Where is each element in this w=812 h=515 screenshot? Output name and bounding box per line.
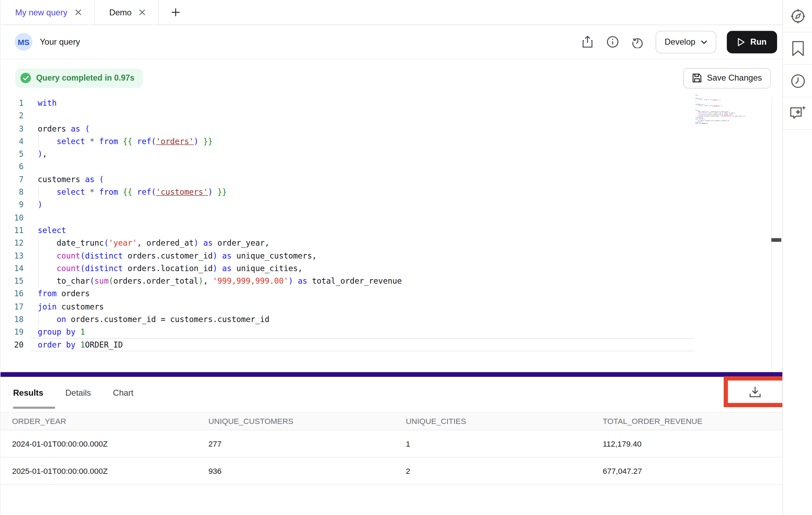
panel-divider[interactable] <box>1 372 783 377</box>
code-line-6[interactable]: 6 <box>1 161 783 173</box>
indent-guide <box>38 186 39 199</box>
code-line-3[interactable]: 3orders as ( <box>1 122 783 135</box>
code-line-19[interactable]: 19group by 1 <box>1 326 783 338</box>
cell-total-order-revenue: 112,179.40 <box>603 439 783 448</box>
cell-unique-cities: 1 <box>406 439 603 448</box>
line-number: 5 <box>1 148 24 160</box>
code-text: count(distinct orders.customer_id) as un… <box>24 249 317 262</box>
query-actions: Develop Run <box>580 31 777 53</box>
indent-guide <box>38 135 39 148</box>
line-number: 16 <box>1 288 24 300</box>
code-line-8[interactable]: 8 select * from {{ ref('customers') }} <box>1 186 783 199</box>
line-number: 2 <box>1 110 24 122</box>
code-text: ) <box>24 199 43 211</box>
code-text <box>24 110 38 122</box>
bookmark-icon <box>791 40 804 56</box>
line-number: 9 <box>1 199 24 211</box>
indent-guide <box>38 249 39 262</box>
tab-chart[interactable]: Chart <box>113 388 134 397</box>
code-text: group by 1 <box>24 326 85 338</box>
develop-label: Develop <box>665 37 695 47</box>
code-line-4[interactable]: 4 select * from {{ ref('orders') }} <box>1 135 783 148</box>
results-panel: Results Details Chart ORDER_YEAR UNIQUE_… <box>1 377 783 515</box>
right-sidebar <box>782 0 812 515</box>
code-editor[interactable]: 1with23orders as (4 select * from {{ ref… <box>1 97 783 372</box>
column-header[interactable]: ORDER_YEAR <box>12 417 209 426</box>
code-line-18[interactable]: 18 on orders.customer_id = customers.cus… <box>1 313 783 326</box>
develop-dropdown[interactable]: Develop <box>656 31 716 53</box>
line-number: 11 <box>1 224 24 237</box>
code-text: select * from {{ ref('orders') }} <box>24 135 213 148</box>
code-line-16[interactable]: 16from orders <box>1 288 783 300</box>
code-text: order by 1ORDER_ID <box>24 338 123 351</box>
tab-label: My new query <box>15 8 67 17</box>
code-text: join customers <box>24 300 104 313</box>
active-tab-underline <box>13 407 55 409</box>
line-number: 20 <box>1 338 24 351</box>
table-header-row: ORDER_YEAR UNIQUE_CUSTOMERS UNIQUE_CITIE… <box>1 412 783 431</box>
close-icon[interactable] <box>75 9 82 16</box>
code-line-13[interactable]: 13 count(distinct orders.customer_id) as… <box>1 249 783 262</box>
run-button[interactable]: Run <box>727 31 777 53</box>
code-line-2[interactable]: 2 <box>1 110 783 122</box>
cell-unique-cities: 2 <box>406 467 603 476</box>
code-line-20[interactable]: 20order by 1ORDER_ID <box>1 338 783 351</box>
app-window: My new query Demo MS Your query <box>0 0 812 515</box>
info-button[interactable] <box>605 35 620 49</box>
tab-my-new-query[interactable]: My new query <box>1 0 95 25</box>
column-header[interactable]: TOTAL_ORDER_REVENUE <box>603 417 783 426</box>
line-number: 12 <box>1 237 24 249</box>
code-text: select <box>24 224 66 237</box>
code-line-14[interactable]: 14 count(distinct orders.location_id) as… <box>1 262 783 275</box>
tab-results[interactable]: Results <box>13 388 44 397</box>
code-line-11[interactable]: 11select <box>1 224 783 237</box>
download-results-button[interactable] <box>728 381 782 403</box>
code-text: orders as ( <box>24 122 90 135</box>
chevron-down-icon <box>701 39 708 44</box>
line-number: 3 <box>1 122 24 135</box>
cell-order-year: 2024-01-01T00:00:00.000Z <box>12 439 209 448</box>
column-header[interactable]: UNIQUE_CITIES <box>406 417 603 426</box>
code-text <box>24 161 38 173</box>
cell-order-year: 2025-01-01T00:00:00.000Z <box>12 467 209 476</box>
table-row[interactable]: 2025-01-01T00:00:00.000Z 936 2 677,047.2… <box>1 457 783 485</box>
code-text: with <box>24 97 57 110</box>
download-icon <box>749 386 761 397</box>
tab-demo[interactable]: Demo <box>95 0 159 25</box>
code-line-15[interactable]: 15 to_char(sum(orders.order_total), '999… <box>1 275 783 288</box>
panel-resize-handle[interactable] <box>772 238 782 242</box>
close-icon[interactable] <box>139 9 146 16</box>
save-changes-button[interactable]: Save Changes <box>684 68 771 88</box>
code-line-1[interactable]: 1with <box>1 97 783 110</box>
code-line-17[interactable]: 17join customers <box>1 300 783 313</box>
column-header[interactable]: UNIQUE_CUSTOMERS <box>208 417 406 426</box>
history-button[interactable] <box>630 35 645 49</box>
code-line-9[interactable]: 9) <box>1 199 783 211</box>
line-number: 6 <box>1 161 24 173</box>
history-sidebar-button[interactable] <box>783 65 812 97</box>
bookmarks-button[interactable] <box>783 32 812 65</box>
editor-minimap[interactable]: with orders as ( select * from {{ ref('o… <box>695 95 745 128</box>
tab-details[interactable]: Details <box>65 388 91 397</box>
code-line-12[interactable]: 12 date_trunc('year', ordered_at) as ord… <box>1 237 783 249</box>
avatar: MS <box>15 33 32 51</box>
code-line-7[interactable]: 7customers as ( <box>1 173 783 186</box>
explore-button[interactable] <box>783 0 812 32</box>
query-header: MS Your query <box>1 25 783 59</box>
line-number: 7 <box>1 173 24 186</box>
check-circle-icon <box>21 73 31 83</box>
code-text: customers as ( <box>24 173 104 186</box>
table-row[interactable]: 2024-01-01T00:00:00.000Z 277 1 112,179.4… <box>1 430 783 457</box>
code-text <box>24 211 38 224</box>
share-button[interactable] <box>580 35 595 49</box>
run-label: Run <box>750 37 767 47</box>
code-line-10[interactable]: 10 <box>1 211 783 224</box>
code-text: from orders <box>24 288 90 300</box>
tab-bar: My new query Demo <box>1 0 783 25</box>
code-lines: 1with23orders as (4 select * from {{ ref… <box>1 97 783 351</box>
code-line-5[interactable]: 5), <box>1 148 783 160</box>
cell-total-order-revenue: 677,047.27 <box>603 467 783 476</box>
line-number: 18 <box>1 313 24 326</box>
new-tab-button[interactable] <box>159 0 193 25</box>
ai-assistant-button[interactable] <box>783 97 812 130</box>
